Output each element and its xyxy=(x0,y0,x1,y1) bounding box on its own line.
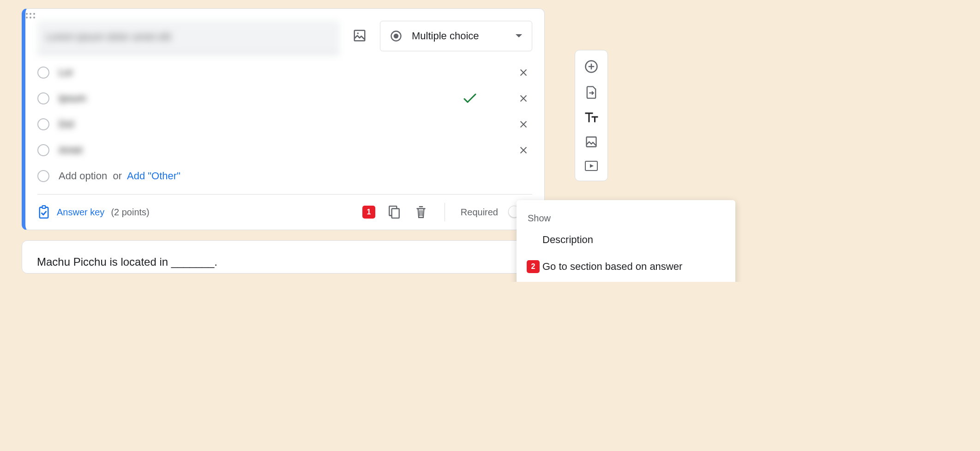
check-icon xyxy=(463,93,477,104)
question-type-label: Multiple choice xyxy=(412,30,479,42)
image-icon[interactable] xyxy=(585,135,598,148)
add-option-text: Add option or Add "Other" xyxy=(59,170,532,182)
remove-option-icon[interactable] xyxy=(518,67,532,78)
svg-point-4 xyxy=(30,17,31,18)
or-label: or xyxy=(113,170,122,182)
question-card: Lorem ipsum dolor amet elit Multiple cho… xyxy=(22,8,545,230)
svg-point-3 xyxy=(26,17,28,18)
video-icon[interactable] xyxy=(584,160,598,171)
svg-point-0 xyxy=(26,13,28,15)
popover-show-label: Show xyxy=(517,207,735,226)
option-row: Ipsum xyxy=(37,92,532,104)
add-option-link[interactable]: Add option xyxy=(59,170,107,182)
next-question-text: Machu Picchu is located in _______. xyxy=(37,256,529,268)
drag-handle-icon[interactable] xyxy=(25,9,544,21)
add-image-icon[interactable] xyxy=(352,28,367,43)
add-question-icon[interactable] xyxy=(584,60,598,73)
delete-icon[interactable] xyxy=(413,205,429,219)
svg-point-5 xyxy=(33,17,35,18)
option-row: Dol xyxy=(37,118,532,130)
answer-key-icon xyxy=(37,205,50,219)
question-type-select[interactable]: Multiple choice xyxy=(380,21,532,51)
option-text[interactable]: Lor xyxy=(59,67,509,79)
svg-point-9 xyxy=(394,34,399,39)
menu-item-description[interactable]: Description xyxy=(517,226,735,253)
answer-key-label: Answer key xyxy=(57,207,104,218)
answer-key-button[interactable]: Answer key xyxy=(37,205,104,219)
svg-rect-10 xyxy=(40,207,48,218)
question-input[interactable]: Lorem ipsum dolor amet elit xyxy=(37,21,339,54)
svg-rect-11 xyxy=(42,206,46,208)
add-option-row: Add option or Add "Other" xyxy=(37,170,532,182)
svg-rect-6 xyxy=(355,30,365,41)
svg-point-1 xyxy=(30,13,31,15)
radio-icon xyxy=(390,30,403,43)
annotation-badge-2: 2 xyxy=(527,260,540,273)
menu-item-goto-section[interactable]: 2 Go to section based on answer xyxy=(517,253,735,280)
svg-point-2 xyxy=(33,13,35,15)
svg-rect-15 xyxy=(587,137,596,147)
radio-icon[interactable] xyxy=(37,67,49,79)
points-label: (2 points) xyxy=(111,207,149,218)
option-row: Lor xyxy=(37,67,532,79)
radio-icon[interactable] xyxy=(37,92,49,104)
option-text[interactable]: Ipsum xyxy=(59,92,454,104)
option-row: Amet xyxy=(37,144,532,156)
side-toolbar xyxy=(575,50,608,181)
text-icon[interactable] xyxy=(584,111,598,123)
more-options-menu: Show Description 2 Go to section based o… xyxy=(517,200,735,282)
radio-icon[interactable] xyxy=(37,144,49,156)
radio-icon xyxy=(37,170,49,182)
import-icon[interactable] xyxy=(585,85,598,99)
svg-rect-13 xyxy=(391,209,399,218)
duplicate-icon[interactable] xyxy=(386,205,402,219)
divider xyxy=(445,203,445,221)
chevron-down-icon xyxy=(515,34,523,38)
remove-option-icon[interactable] xyxy=(518,93,532,104)
add-other-link[interactable]: Add "Other" xyxy=(127,170,180,182)
annotation-badge-1: 1 xyxy=(362,206,375,219)
required-label: Required xyxy=(461,207,498,218)
next-question-card[interactable]: Machu Picchu is located in _______. xyxy=(22,240,545,274)
radio-icon[interactable] xyxy=(37,118,49,130)
option-text[interactable]: Amet xyxy=(59,144,509,156)
remove-option-icon[interactable] xyxy=(518,145,532,155)
remove-option-icon[interactable] xyxy=(518,119,532,129)
option-text[interactable]: Dol xyxy=(59,118,509,130)
svg-point-7 xyxy=(358,33,358,33)
